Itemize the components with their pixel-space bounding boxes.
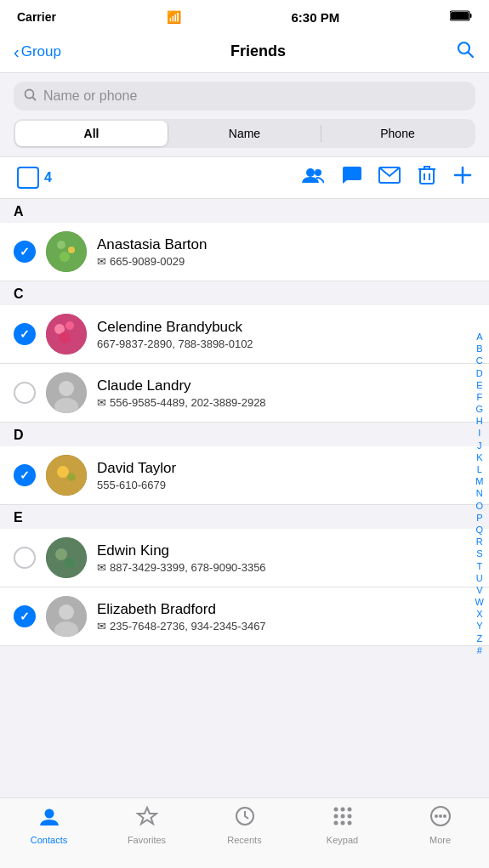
status-icons (450, 9, 472, 25)
contact-info: Claude Landry ✉ 556-9585-4489, 202-3889-… (97, 377, 475, 409)
contact-info: Edwin King ✉ 887-3429-3399, 678-9090-335… (97, 542, 475, 574)
contact-info: Elizabeth Bradford ✉ 235-7648-2736, 934-… (97, 601, 475, 633)
alpha-b[interactable]: B (475, 343, 484, 355)
contact-name: Edwin King (97, 542, 475, 559)
contact-numbers: 667-9837-2890, 788-3898-0102 (97, 338, 253, 350)
recents-tab-icon (234, 805, 256, 832)
alpha-c[interactable]: C (475, 355, 485, 366)
tab-more[interactable]: More (391, 798, 489, 851)
alpha-a[interactable]: A (475, 332, 484, 343)
tab-recents[interactable]: Recents (196, 798, 293, 851)
contact-avatar (46, 372, 87, 413)
svg-point-24 (59, 381, 74, 396)
svg-point-44 (333, 820, 338, 825)
contact-avatar (46, 537, 87, 578)
contact-avatar (46, 231, 87, 272)
selected-count: 4 (44, 170, 52, 185)
message-icon[interactable] (341, 165, 361, 190)
contact-name: Celendine Brandybuck (97, 319, 475, 336)
segment-phone[interactable]: Phone (321, 121, 474, 146)
search-bar[interactable]: Name or phone (14, 82, 475, 111)
alpha-x[interactable]: X (475, 609, 484, 620)
delete-icon[interactable] (418, 164, 436, 191)
alpha-hash[interactable]: # (475, 645, 484, 656)
contact-info: Celendine Brandybuck 667-9837-2890, 788-… (97, 319, 475, 350)
alpha-k[interactable]: K (475, 452, 484, 463)
search-button[interactable] (455, 39, 475, 65)
contact-detail: ✉ 887-3429-3399, 678-9090-3356 (97, 561, 475, 574)
svg-point-28 (67, 473, 76, 481)
alpha-n[interactable]: N (475, 488, 485, 499)
alpha-h[interactable]: H (475, 416, 485, 427)
alpha-d[interactable]: D (475, 368, 485, 379)
alpha-r[interactable]: R (475, 536, 485, 547)
alpha-f[interactable]: F (475, 392, 484, 403)
contact-detail: ✉ 235-7648-2736, 934-2345-3467 (97, 620, 475, 633)
svg-point-46 (347, 820, 351, 825)
alpha-e[interactable]: E (475, 380, 484, 391)
tab-favorites[interactable]: Favorites (98, 798, 196, 851)
phone-mail-icon: ✉ (97, 620, 106, 633)
alpha-w[interactable]: W (474, 597, 486, 608)
contact-checkbox[interactable] (14, 547, 36, 569)
alpha-o[interactable]: O (475, 501, 486, 512)
phone-mail-icon: ✉ (97, 396, 106, 409)
contact-item[interactable]: Edwin King ✉ 887-3429-3399, 678-9090-335… (0, 529, 489, 587)
svg-point-8 (315, 169, 321, 176)
contact-checkbox[interactable] (14, 382, 36, 404)
segment-name[interactable]: Name (168, 121, 321, 146)
mail-icon[interactable] (378, 167, 401, 189)
svg-point-49 (439, 814, 442, 818)
search-icon (24, 88, 37, 104)
back-label: Group (21, 43, 61, 60)
alpha-z[interactable]: Z (475, 633, 484, 644)
chevron-left-icon: ‹ (14, 43, 20, 60)
contact-info: David Taylor 555-610-6679 (97, 460, 475, 491)
contact-avatar (46, 596, 87, 637)
alpha-v[interactable]: V (475, 585, 484, 596)
contact-info: Anastasia Barton ✉ 665-9089-0029 (97, 236, 475, 268)
alpha-p[interactable]: P (475, 513, 484, 524)
search-bar-container: Name or phone (0, 73, 489, 119)
svg-point-29 (46, 537, 87, 578)
alpha-y[interactable]: Y (475, 621, 484, 632)
segment-control: All Name Phone (0, 119, 489, 156)
contact-item[interactable]: Elizabeth Bradford ✉ 235-7648-2736, 934-… (0, 587, 489, 646)
select-all-checkbox[interactable] (17, 167, 39, 189)
contact-checkbox[interactable] (14, 241, 36, 263)
alpha-t[interactable]: T (475, 561, 484, 572)
add-icon[interactable] (453, 166, 472, 190)
contact-item[interactable]: David Taylor 555-610-6679 (0, 446, 489, 505)
tab-contacts[interactable]: Contacts (0, 798, 98, 851)
segment-all[interactable]: All (15, 121, 168, 146)
back-button[interactable]: ‹ Group (14, 43, 61, 60)
contacts-tab-icon (38, 805, 60, 832)
alpha-m[interactable]: M (474, 476, 485, 487)
alpha-q[interactable]: Q (475, 525, 486, 536)
contact-name: Elizabeth Bradford (97, 601, 475, 618)
svg-rect-10 (420, 169, 434, 184)
alpha-s[interactable]: S (475, 548, 484, 559)
contact-item[interactable]: Anastasia Barton ✉ 665-9089-0029 (0, 223, 489, 281)
alpha-i[interactable]: I (476, 428, 482, 439)
section-header-a: A (0, 199, 489, 223)
alpha-u[interactable]: U (475, 573, 485, 584)
status-time: 6:30 PM (291, 10, 339, 25)
alpha-g[interactable]: G (475, 404, 486, 415)
svg-point-48 (435, 814, 438, 818)
phone-mail-icon: ✉ (97, 561, 106, 574)
contact-item[interactable]: Claude Landry ✉ 556-9585-4489, 202-3889-… (0, 364, 489, 423)
alpha-j[interactable]: J (475, 440, 484, 451)
tab-keypad[interactable]: Keypad (293, 798, 391, 851)
contact-numbers: 556-9585-4489, 202-3889-2928 (110, 396, 266, 409)
svg-point-7 (306, 168, 315, 177)
contact-name: David Taylor (97, 460, 475, 477)
people-icon[interactable] (302, 166, 324, 190)
contact-item[interactable]: Celendine Brandybuck 667-9837-2890, 788-… (0, 305, 489, 364)
contact-checkbox[interactable] (14, 323, 36, 345)
alpha-l[interactable]: L (475, 464, 484, 475)
contact-checkbox[interactable] (14, 464, 36, 486)
contact-numbers: 887-3429-3399, 678-9090-3356 (110, 561, 266, 574)
contact-checkbox[interactable] (14, 605, 36, 627)
svg-point-21 (65, 321, 74, 330)
